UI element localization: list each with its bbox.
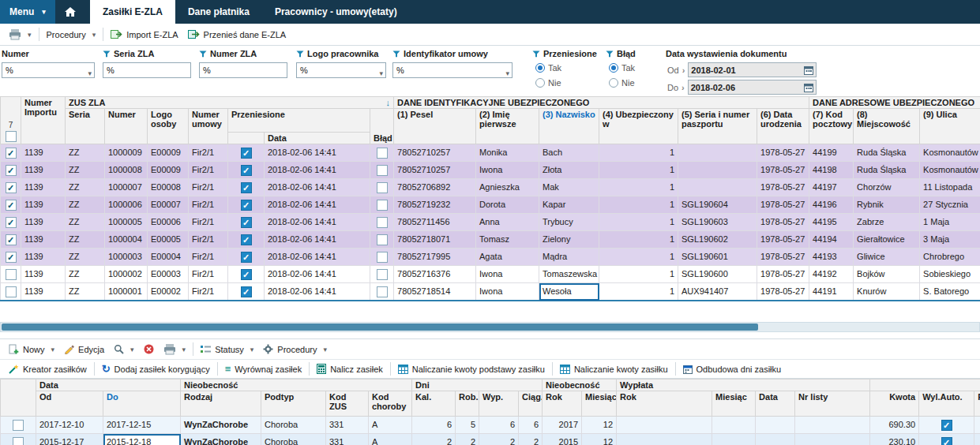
cell-data-urodzenia[interactable]: 1978-05-27	[757, 214, 809, 231]
checkbox-unchecked-icon[interactable]	[13, 420, 24, 431]
cell-miejscowosc[interactable]: Zabrze	[854, 214, 920, 231]
print-button[interactable]: ▾	[4, 28, 36, 42]
select-all-header[interactable]: 7	[1, 97, 21, 144]
cell-numer-importu[interactable]: 1139	[21, 196, 66, 214]
cell-miejscowosc[interactable]: Rybnik	[854, 196, 920, 214]
cell-rok-wyplata[interactable]	[617, 434, 712, 445]
cell-przeniesione[interactable]: ✓	[228, 283, 265, 301]
cell-numer[interactable]: 1000006	[105, 196, 148, 214]
main-grid-row[interactable]: ✓1139ZZ1000006E00007Fir2/1✓2018-02-06 14…	[1, 196, 980, 214]
checkbox-unchecked-icon[interactable]	[377, 217, 388, 228]
cell-pesel[interactable]: 78052718514	[394, 283, 476, 301]
cell-ubezpieczony-w[interactable]: 1	[599, 249, 678, 266]
cell-numer-importu[interactable]: 1139	[21, 144, 66, 162]
cell-przeniesione[interactable]: ✓	[228, 144, 265, 162]
checkbox-unchecked-icon[interactable]	[377, 234, 388, 245]
cell-pesel[interactable]: 78052710257	[394, 144, 476, 162]
cell-data[interactable]: 2018-02-06 14:41	[265, 283, 370, 301]
cell-rok-wyplata[interactable]	[617, 417, 712, 434]
checkbox-unchecked-icon[interactable]	[13, 437, 24, 445]
main-grid-row[interactable]: 1139ZZ1000001E00002Fir2/1✓2018-02-06 14:…	[1, 283, 980, 301]
cell-kod-pocztowy[interactable]: 44195	[809, 214, 854, 231]
cell-numer[interactable]: 1000004	[105, 231, 148, 249]
cell-logo-osoby[interactable]: E00003	[148, 266, 189, 283]
cell-seria[interactable]: ZZ	[66, 283, 105, 301]
main-grid-row[interactable]: ✓1139ZZ1000003E00004Fir2/1✓2018-02-06 14…	[1, 249, 980, 266]
col-header-logo-osoby[interactable]: Logo osoby	[148, 109, 189, 144]
cell-seria[interactable]: ZZ	[66, 249, 105, 266]
cell-ubezpieczony-w[interactable]: 1	[599, 196, 678, 214]
cell-ubezpieczony-w[interactable]: 1	[599, 266, 678, 283]
cell-p[interactable]	[974, 434, 980, 445]
checkbox-checked-icon[interactable]: ✓	[6, 252, 17, 263]
row-selector[interactable]: ✓	[1, 196, 21, 214]
checkbox-checked-icon[interactable]: ✓	[241, 217, 252, 228]
col-header-miesiac-wyplata[interactable]: Miesiąc	[712, 391, 756, 417]
checkbox-checked-icon[interactable]: ✓	[6, 148, 17, 159]
cell-data-wyplata[interactable]	[756, 434, 795, 445]
checkbox-checked-icon[interactable]: ✓	[241, 286, 252, 297]
cell-numer-importu[interactable]: 1139	[21, 214, 66, 231]
cell-nazwisko[interactable]: Mak	[539, 179, 599, 196]
checkbox-unchecked-icon[interactable]	[6, 286, 17, 297]
cell-ciag[interactable]: 6	[519, 417, 543, 434]
main-grid-row[interactable]: ✓1139ZZ1000008E00009Fir2/1✓2018-02-06 14…	[1, 162, 980, 179]
cell-miejscowosc[interactable]: Bojków	[854, 266, 920, 283]
cell-podtyp[interactable]: Choroba	[261, 417, 326, 434]
col-header-kod-pocztowy[interactable]: (7) Kod pocztowy	[809, 109, 854, 144]
cell-data[interactable]: 2018-02-06 14:41	[265, 214, 370, 231]
cell-numer-importu[interactable]: 1139	[21, 283, 66, 301]
cell-kod-choroby[interactable]: A	[369, 417, 412, 434]
cell-numer-umowy[interactable]: Fir2/1	[189, 214, 228, 231]
menu-button[interactable]: Menu ▾	[0, 0, 55, 24]
print-list-button[interactable]: ▾	[159, 342, 191, 357]
row-selector[interactable]: ✓	[1, 231, 21, 249]
cell-nazwisko[interactable]: Wesoła	[539, 283, 599, 301]
cell-kod-pocztowy[interactable]: 44193	[809, 249, 854, 266]
col-header-p[interactable]: P	[974, 391, 980, 417]
cell-imie-pierwsze[interactable]: Agata	[476, 249, 539, 266]
row-selector[interactable]: ✓	[1, 179, 21, 196]
filter-numer-zla-input[interactable]: %	[199, 62, 287, 78]
cell-imie-pierwsze[interactable]: Iwona	[476, 283, 539, 301]
cell-logo-osoby[interactable]: E00009	[148, 162, 189, 179]
cell-rob[interactable]: 2	[456, 434, 479, 445]
col-header-miesiac-nieobecnosc[interactable]: Miesiąc	[582, 391, 617, 417]
cell-miejscowosc[interactable]: Chorzów	[854, 179, 920, 196]
checkbox-checked-icon[interactable]: ✓	[941, 437, 952, 445]
cell-ulica[interactable]: 11 Listopada	[920, 179, 980, 196]
cell-seria-numer-paszportu[interactable]: SGL190600	[678, 266, 757, 283]
cell-logo-osoby[interactable]: E00006	[148, 214, 189, 231]
row-selector[interactable]: ✓	[1, 162, 21, 179]
cell-do[interactable]: 2015-12-18	[103, 434, 181, 445]
cell-blad[interactable]	[370, 283, 394, 301]
cell-data-urodzenia[interactable]: 1978-05-27	[757, 266, 809, 283]
cell-miejscowosc[interactable]: Gierałtowice	[854, 231, 920, 249]
row-selector[interactable]	[1, 266, 21, 283]
filter-numer-select[interactable]: % ▾	[2, 62, 95, 78]
cell-seria[interactable]: ZZ	[66, 231, 105, 249]
cell-przeniesione[interactable]: ✓	[228, 231, 265, 249]
filter-icon[interactable]	[296, 50, 304, 58]
cell-blad[interactable]	[370, 231, 394, 249]
cell-pesel[interactable]: 78052706892	[394, 179, 476, 196]
cell-seria-numer-paszportu[interactable]: SGL190601	[678, 249, 757, 266]
cell-seria[interactable]: ZZ	[66, 266, 105, 283]
cell-seria-numer-paszportu[interactable]: SGL190603	[678, 214, 757, 231]
cell-imie-pierwsze[interactable]: Iwona	[476, 266, 539, 283]
filter-logo-pracownika-select[interactable]: % ▾	[296, 62, 386, 78]
cell-nazwisko[interactable]: Mądra	[539, 249, 599, 266]
cell-numer[interactable]: 1000005	[105, 214, 148, 231]
cell-wyl-auto[interactable]: ✓	[919, 434, 974, 445]
cell-numer[interactable]: 1000007	[105, 179, 148, 196]
cell-pesel[interactable]: 78052717995	[394, 249, 476, 266]
procedury-dropdown-2[interactable]: Procedury ▾	[258, 342, 332, 356]
cell-kod-pocztowy[interactable]: 44199	[809, 144, 854, 162]
radio-unselected-icon[interactable]	[609, 78, 618, 88]
cell-data-wyplata[interactable]	[756, 417, 795, 434]
cell-nr-listy[interactable]	[795, 417, 870, 434]
col-header-wyp[interactable]: Wyp.	[479, 391, 519, 417]
cell-miejscowosc[interactable]: Ruda Śląska	[854, 162, 920, 179]
cell-data[interactable]: 2018-02-06 14:41	[265, 231, 370, 249]
col-header-numer[interactable]: Numer	[105, 109, 148, 144]
